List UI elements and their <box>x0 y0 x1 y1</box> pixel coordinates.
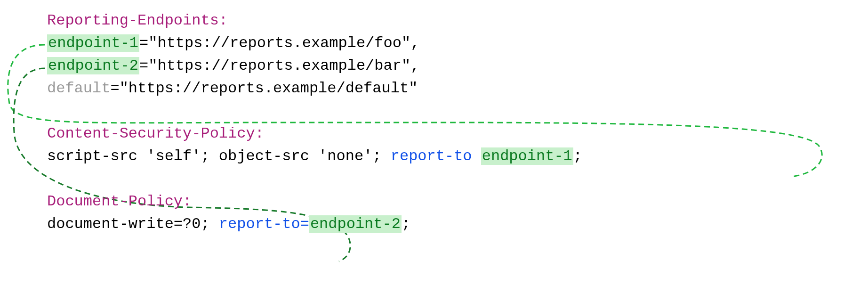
docpolicy-report-to-keyword: report-to= <box>219 215 309 233</box>
equals-3: = <box>110 80 119 97</box>
endpoint-2-url: "https://reports.example/bar" <box>148 57 410 74</box>
equals-1: = <box>139 34 148 52</box>
endpoint-default-url: "https://reports.example/default" <box>120 80 418 97</box>
endpoint-line-2: endpoint-2="https://reports.example/bar"… <box>47 55 859 77</box>
endpoint-line-1: endpoint-1="https://reports.example/foo"… <box>47 32 859 55</box>
header-name: Reporting-Endpoints: <box>47 12 228 29</box>
code-content: Reporting-Endpoints: endpoint-1="https:/… <box>47 9 859 236</box>
endpoint-1-name: endpoint-1 <box>47 34 139 52</box>
csp-header-name: Content-Security-Policy: <box>47 125 264 142</box>
docpolicy-endpoint-ref: endpoint-2 <box>309 215 402 233</box>
reporting-endpoints-header: Reporting-Endpoints: <box>47 9 859 32</box>
docpolicy-header: Document-Policy: <box>47 190 859 213</box>
docpolicy-directives: document-write=?0; <box>47 215 219 233</box>
endpoint-2-name: endpoint-2 <box>47 57 139 74</box>
csp-endpoint-ref: endpoint-1 <box>481 147 573 165</box>
docpolicy-header-name: Document-Policy: <box>47 193 192 210</box>
csp-report-to-keyword: report-to <box>391 147 472 165</box>
csp-directives: script-src 'self'; object-src 'none'; <box>47 147 391 165</box>
docpolicy-directive-line: document-write=?0; report-to=endpoint-2; <box>47 213 859 236</box>
endpoint-1-url: "https://reports.example/foo" <box>148 34 410 52</box>
reporting-endpoints-block: Reporting-Endpoints: endpoint-1="https:/… <box>47 9 859 100</box>
csp-space <box>472 147 481 165</box>
docpolicy-block: Document-Policy: document-write=?0; repo… <box>47 190 859 236</box>
docpolicy-terminator: ; <box>402 215 410 233</box>
endpoint-default-name: default <box>47 80 110 97</box>
csp-header: Content-Security-Policy: <box>47 122 859 145</box>
endpoint-1-suffix: , <box>410 34 419 52</box>
endpoint-line-3: default="https://reports.example/default… <box>47 77 859 100</box>
csp-terminator: ; <box>573 147 582 165</box>
csp-block: Content-Security-Policy: script-src 'sel… <box>47 122 859 168</box>
endpoint-2-suffix: , <box>410 57 419 74</box>
equals-2: = <box>139 57 148 74</box>
csp-directive-line: script-src 'self'; object-src 'none'; re… <box>47 145 859 168</box>
